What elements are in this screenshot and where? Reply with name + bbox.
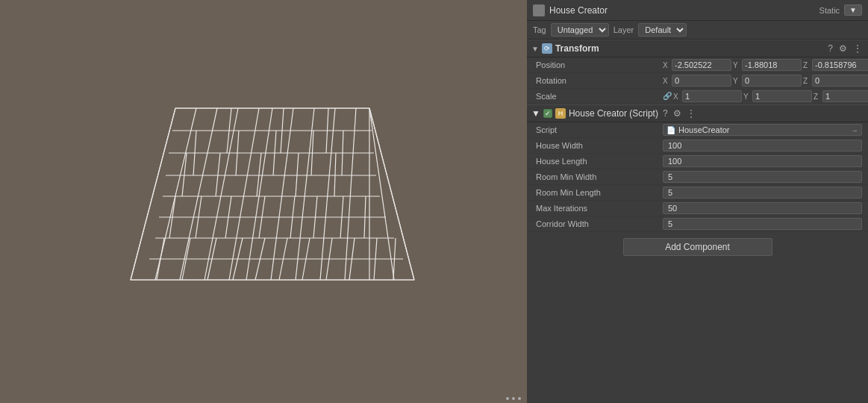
- house-creator-collapse-arrow[interactable]: ▼: [531, 108, 540, 119]
- house-field-input[interactable]: [663, 187, 862, 199]
- rotation-x-label: X: [663, 77, 670, 85]
- script-goto-icon[interactable]: →: [851, 126, 858, 134]
- svg-line-3: [180, 108, 217, 280]
- script-row: Script 📄 HouseCreator →: [527, 122, 868, 138]
- position-x-label: X: [663, 61, 670, 69]
- tag-label: Tag: [533, 25, 546, 34]
- position-row: Position X Y Z: [527, 57, 868, 73]
- static-label: Static: [819, 6, 840, 15]
- scale-values: 🔗 X Y Z: [663, 90, 868, 102]
- script-name: HouseCreator: [678, 125, 729, 134]
- scale-label: Scale: [536, 92, 663, 101]
- svg-line-12: [369, 108, 394, 280]
- transform-icon: ⟳: [542, 43, 552, 54]
- add-component-row: Add Component: [527, 232, 868, 262]
- position-label: Position: [536, 60, 663, 69]
- house-creator-actions: ? ⚙ ⋮: [661, 108, 697, 119]
- house-field-input[interactable]: [663, 218, 862, 230]
- house-creator-section-header: ▼ ✓ H House Creator (Script) ? ⚙ ⋮: [527, 104, 868, 122]
- transform-section-header: ▼ ⟳ Transform ? ⚙ ⋮: [527, 40, 868, 57]
- position-z-group: Z: [803, 59, 868, 71]
- scale-z-input[interactable]: [822, 90, 868, 102]
- rotation-y-input[interactable]: [742, 75, 802, 87]
- house-field-row: Room Min Width: [527, 169, 868, 185]
- viewport-panel[interactable]: [0, 0, 527, 403]
- transform-collapse-arrow[interactable]: ▼: [531, 45, 539, 53]
- layer-select[interactable]: Default: [638, 23, 687, 37]
- script-label: Script: [536, 125, 663, 134]
- position-x-group: X: [663, 59, 731, 71]
- scale-y-group: Y: [743, 90, 812, 102]
- rotation-x-input[interactable]: [672, 75, 731, 87]
- house-field-label: Room Min Length: [536, 188, 663, 197]
- house-field-row: House Width: [527, 138, 868, 154]
- viewport-dot: [518, 397, 521, 400]
- position-z-label: Z: [803, 61, 811, 69]
- viewport-dot: [512, 397, 515, 400]
- viewport-bottom-bar: [500, 394, 527, 403]
- rotation-row: Rotation X Y Z: [527, 73, 868, 89]
- tag-select[interactable]: Untagged: [551, 23, 609, 37]
- inspector-panel: House Creator Static ▼ Tag Untagged Laye…: [527, 0, 868, 403]
- house-creator-menu-icon[interactable]: ⋮: [685, 108, 697, 119]
- house-field-label: House Length: [536, 157, 663, 166]
- scale-row: Scale 🔗 X Y Z: [527, 89, 868, 104]
- rotation-z-group: Z: [803, 75, 868, 87]
- svg-line-6: [246, 108, 272, 280]
- scale-z-label: Z: [814, 93, 821, 101]
- rotation-values: X Y Z: [663, 75, 868, 87]
- rotation-z-label: Z: [803, 77, 811, 85]
- script-value[interactable]: 📄 HouseCreator →: [663, 124, 862, 136]
- house-field-row: House Length: [527, 154, 868, 169]
- house-creator-fields: House WidthHouse LengthRoom Min WidthRoo…: [527, 138, 868, 232]
- svg-line-29: [296, 153, 299, 196]
- house-field-input[interactable]: [663, 155, 862, 167]
- viewport-dot: [506, 397, 509, 400]
- scale-x-label: X: [673, 93, 681, 101]
- scale-z-group: Z: [814, 90, 868, 102]
- tag-layer-row: Tag Untagged Layer Default: [527, 21, 868, 40]
- house-creator-settings-icon[interactable]: ⚙: [672, 108, 683, 119]
- scale-y-input[interactable]: [752, 90, 812, 102]
- transform-settings-icon[interactable]: ⚙: [837, 43, 849, 54]
- position-x-input[interactable]: [672, 59, 731, 71]
- static-button[interactable]: ▼: [844, 4, 862, 16]
- layer-label: Layer: [613, 25, 634, 34]
- house-creator-enable-checkbox[interactable]: ✓: [543, 109, 552, 118]
- svg-line-8: [296, 108, 314, 280]
- house-field-input[interactable]: [663, 171, 862, 183]
- svg-line-5: [229, 108, 259, 280]
- rotation-y-label: Y: [733, 77, 740, 85]
- position-y-input[interactable]: [742, 59, 802, 71]
- add-component-button[interactable]: Add Component: [623, 238, 772, 256]
- svg-line-28: [257, 153, 261, 196]
- house-field-label: Corridor Width: [536, 219, 663, 228]
- house-field-input[interactable]: [663, 202, 862, 214]
- house-field-input[interactable]: [663, 140, 862, 151]
- transform-title: Transform: [555, 43, 823, 54]
- object-icon: [533, 4, 545, 16]
- script-doc-icon: 📄: [666, 126, 675, 134]
- house-field-label: Max Iterations: [536, 204, 663, 213]
- svg-marker-0: [131, 108, 414, 280]
- svg-line-27: [216, 153, 220, 196]
- object-title: House Creator: [549, 5, 815, 16]
- rotation-x-group: X: [663, 75, 731, 87]
- house-creator-help-icon[interactable]: ?: [661, 108, 669, 119]
- object-header: House Creator Static ▼: [527, 0, 868, 21]
- scale-x-group: 🔗 X: [663, 90, 742, 102]
- rotation-z-input[interactable]: [812, 75, 868, 87]
- scale-x-input[interactable]: [682, 90, 742, 102]
- position-z-input[interactable]: [812, 59, 868, 71]
- position-y-group: Y: [733, 59, 802, 71]
- svg-line-9: [320, 108, 335, 280]
- rotation-y-group: Y: [733, 75, 802, 87]
- transform-actions: ? ⚙ ⋮: [826, 43, 864, 54]
- transform-menu-icon[interactable]: ⋮: [852, 43, 864, 54]
- svg-line-1: [131, 108, 175, 280]
- svg-line-4: [204, 108, 238, 280]
- svg-line-30: [334, 153, 336, 196]
- transform-help-icon[interactable]: ?: [826, 43, 834, 54]
- house-field-row: Corridor Width: [527, 216, 868, 232]
- house-field-label: House Width: [536, 141, 663, 150]
